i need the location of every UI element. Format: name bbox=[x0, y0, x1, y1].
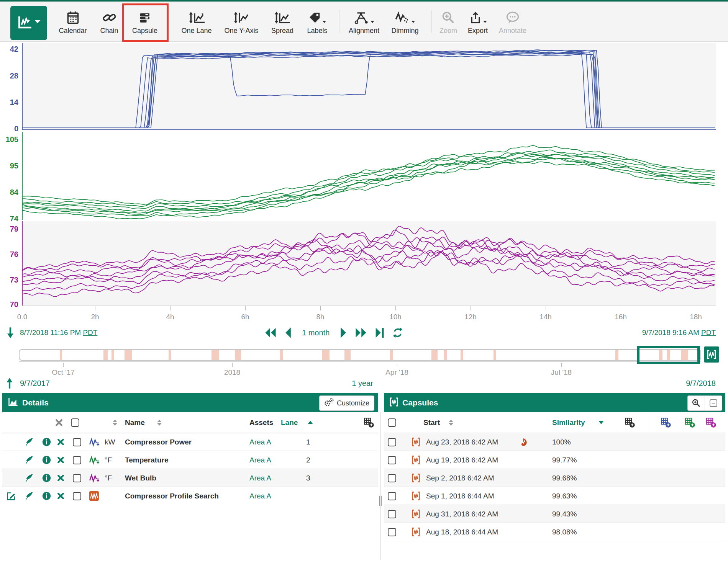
selection-left-handle[interactable] bbox=[637, 346, 639, 364]
details-row-temperature[interactable]: °F Temperature Area A 2 bbox=[2, 451, 378, 469]
display-range-end[interactable]: 9/7/2018 9:16 AM PDT bbox=[642, 328, 716, 337]
refresh-icon[interactable] bbox=[392, 327, 403, 338]
info-icon[interactable] bbox=[42, 469, 51, 487]
rocket-icon[interactable] bbox=[24, 469, 34, 487]
customize-button[interactable]: Customize bbox=[319, 395, 374, 411]
info-icon[interactable] bbox=[42, 451, 51, 469]
collapse-icon[interactable] bbox=[705, 396, 722, 410]
toolbar-one-lane[interactable]: One Lane bbox=[181, 8, 212, 34]
investigate-range-duration[interactable]: 1 year bbox=[352, 379, 373, 388]
asset-link[interactable]: Area A bbox=[249, 487, 271, 505]
add-signal-column-icon[interactable] bbox=[706, 412, 717, 433]
reference-capsule-icon bbox=[519, 433, 528, 451]
zoom-to-capsule-icon[interactable] bbox=[688, 396, 705, 410]
details-row-wet-bulb[interactable]: °F Wet Bulb Area A 3 bbox=[2, 469, 378, 487]
investigate-range-end[interactable]: 9/7/2018 bbox=[686, 379, 716, 388]
timezone-link[interactable]: PDT bbox=[701, 328, 716, 337]
asset-link[interactable]: Area A bbox=[249, 433, 271, 451]
capsule-row[interactable]: Aug 19, 2018 6:42 AM 99.77% bbox=[384, 451, 725, 469]
add-column-icon[interactable] bbox=[625, 412, 635, 433]
row-checkbox[interactable] bbox=[388, 433, 396, 451]
temperature-lane[interactable] bbox=[22, 132, 716, 220]
rocket-icon[interactable] bbox=[24, 487, 34, 505]
sort-desc-icon[interactable] bbox=[598, 412, 604, 433]
capsule-row[interactable]: Aug 23, 2018 6:42 AM 100% bbox=[384, 433, 725, 451]
toolbar-alignment[interactable]: Alignment bbox=[349, 8, 379, 34]
row-checkbox[interactable] bbox=[73, 451, 81, 469]
step-forward-icon[interactable] bbox=[339, 327, 347, 338]
remove-all-icon[interactable] bbox=[55, 412, 63, 433]
selection-right-handle[interactable] bbox=[697, 346, 700, 364]
row-checkbox[interactable] bbox=[73, 469, 81, 487]
column-similarity[interactable]: Similarity bbox=[552, 412, 585, 433]
sort-icons[interactable] bbox=[446, 412, 453, 433]
toolbar-capsule[interactable]: Capsule bbox=[132, 8, 157, 34]
sort-asc-icon[interactable] bbox=[308, 412, 313, 433]
add-signal-column-icon[interactable] bbox=[685, 412, 695, 433]
row-checkbox[interactable] bbox=[73, 433, 81, 451]
investigate-range-start[interactable]: 9/7/2017 bbox=[20, 379, 50, 388]
rocket-icon[interactable] bbox=[24, 451, 34, 469]
display-range-start[interactable]: 8/7/2018 11:16 PM PDT bbox=[20, 328, 97, 337]
capsule-row[interactable]: Aug 18, 2018 6:44 AM 98.08% bbox=[384, 523, 725, 541]
chevron-down-icon bbox=[35, 20, 40, 26]
step-back-fast-icon[interactable] bbox=[264, 327, 277, 338]
x-tick-mark bbox=[20, 306, 20, 310]
remove-icon[interactable] bbox=[57, 433, 64, 451]
row-checkbox[interactable] bbox=[388, 451, 396, 469]
step-size-label[interactable]: 1 month bbox=[302, 328, 330, 337]
info-icon[interactable] bbox=[42, 487, 51, 505]
sort-icons[interactable] bbox=[154, 412, 162, 433]
toolbar-one-y-axis[interactable]: One Y-Axis bbox=[224, 8, 258, 34]
capsule-row[interactable]: Sep 1, 2018 6:44 AM 99.63% bbox=[384, 487, 725, 505]
toolbar-spread[interactable]: Spread bbox=[271, 8, 293, 34]
column-start[interactable]: Start bbox=[423, 412, 440, 433]
remove-icon[interactable] bbox=[57, 469, 64, 487]
panel-splitter-grip[interactable] bbox=[379, 496, 383, 506]
row-checkbox[interactable] bbox=[388, 523, 396, 541]
capsule-row[interactable]: Aug 31, 2018 6:42 AM 99.43% bbox=[384, 505, 725, 523]
details-row-compressor-power[interactable]: kW Compressor Power Area A 1 bbox=[2, 433, 378, 451]
step-forward-fast-icon[interactable] bbox=[355, 327, 367, 338]
add-column-icon[interactable] bbox=[364, 412, 374, 433]
row-checkbox[interactable] bbox=[388, 505, 396, 523]
select-all-checkbox[interactable] bbox=[388, 412, 396, 433]
toolbar-labels[interactable]: Labels bbox=[307, 8, 327, 34]
row-checkbox[interactable] bbox=[73, 487, 81, 505]
step-back-icon[interactable] bbox=[284, 327, 292, 338]
trend-view-menu-button[interactable] bbox=[10, 6, 47, 40]
timeline-selection-window[interactable] bbox=[637, 346, 700, 364]
capsule-time-toggle-button[interactable] bbox=[704, 346, 719, 363]
details-row-profile-search[interactable]: Compressor Profile Search Area A bbox=[2, 487, 378, 505]
timezone-link[interactable]: PDT bbox=[83, 328, 97, 337]
edit-icon[interactable] bbox=[6, 487, 16, 505]
extend-range-up-arrow-icon[interactable] bbox=[5, 377, 14, 391]
select-all-checkbox[interactable] bbox=[71, 412, 79, 433]
rocket-icon[interactable] bbox=[24, 433, 34, 451]
column-name[interactable]: Name bbox=[125, 412, 145, 433]
extend-start-arrow-icon[interactable] bbox=[6, 327, 15, 341]
alignment-caret-icon bbox=[370, 21, 374, 23]
asset-link[interactable]: Area A bbox=[249, 451, 271, 469]
toolbar-calendar[interactable]: Calendar bbox=[59, 8, 87, 34]
timeline-scrubber[interactable] bbox=[19, 349, 701, 361]
row-checkbox[interactable] bbox=[388, 469, 396, 487]
toolbar-dimming[interactable]: Dimming bbox=[391, 8, 418, 34]
remove-icon[interactable] bbox=[57, 487, 64, 505]
sort-icons[interactable] bbox=[110, 412, 117, 433]
column-lane[interactable]: Lane bbox=[281, 412, 298, 433]
step-to-end-icon[interactable] bbox=[375, 327, 385, 338]
wet-bulb-lane[interactable] bbox=[22, 221, 716, 306]
remove-icon[interactable] bbox=[57, 451, 64, 469]
capsule-start: Aug 23, 2018 6:42 AM bbox=[426, 433, 498, 451]
toolbar-chain[interactable]: Chain bbox=[100, 8, 118, 34]
capsule-row[interactable]: Sep 2, 2018 6:42 AM 99.68% bbox=[384, 469, 725, 487]
row-checkbox[interactable] bbox=[388, 487, 396, 505]
column-assets[interactable]: Assets bbox=[249, 412, 273, 433]
compressor-power-lane[interactable] bbox=[22, 43, 716, 130]
panel-splitter[interactable] bbox=[380, 412, 381, 560]
asset-link[interactable]: Area A bbox=[249, 469, 271, 487]
info-icon[interactable] bbox=[42, 433, 51, 451]
add-signal-column-icon[interactable] bbox=[661, 412, 671, 433]
toolbar-export[interactable]: Export bbox=[468, 8, 488, 34]
